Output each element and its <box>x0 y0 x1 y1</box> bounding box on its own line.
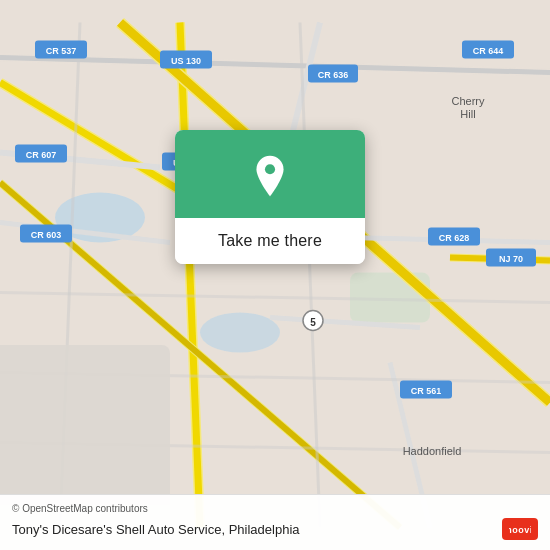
svg-point-51 <box>265 164 275 174</box>
popup-top <box>175 130 365 218</box>
location-pin-icon <box>248 154 292 198</box>
svg-text:NJ 70: NJ 70 <box>499 254 523 264</box>
svg-text:US 130: US 130 <box>171 56 201 66</box>
svg-text:Hill: Hill <box>460 108 475 120</box>
svg-line-23 <box>0 293 550 303</box>
svg-text:5: 5 <box>310 317 316 328</box>
place-name: Tony's Dicesare's Shell Auto Service, Ph… <box>12 522 300 537</box>
svg-point-1 <box>200 313 280 353</box>
svg-line-8 <box>0 58 550 73</box>
svg-text:Cherry: Cherry <box>451 95 485 107</box>
svg-text:CR 636: CR 636 <box>318 70 349 80</box>
bottom-bar: © OpenStreetMap contributors Tony's Dice… <box>0 494 550 550</box>
svg-text:CR 537: CR 537 <box>46 46 77 56</box>
svg-text:CR 644: CR 644 <box>473 46 504 56</box>
popup-card: Take me there <box>175 130 365 264</box>
take-me-there-button[interactable]: Take me there <box>175 218 365 264</box>
svg-text:CR 603: CR 603 <box>31 230 62 240</box>
svg-text:CR 628: CR 628 <box>439 233 470 243</box>
svg-text:Haddonfield: Haddonfield <box>403 445 462 457</box>
bottom-title-row: Tony's Dicesare's Shell Auto Service, Ph… <box>12 518 538 540</box>
svg-text:CR 607: CR 607 <box>26 150 57 160</box>
svg-text:moovit: moovit <box>509 525 531 535</box>
svg-line-4 <box>0 83 200 203</box>
moovit-icon: moovit <box>502 518 538 540</box>
copyright-text: © OpenStreetMap contributors <box>12 503 538 514</box>
map-blur-overlay <box>0 345 170 505</box>
svg-text:CR 561: CR 561 <box>411 386 442 396</box>
map-container: CR 537 US 130 CR 644 CR 636 CR 607 US 13… <box>0 0 550 550</box>
moovit-badge: moovit <box>502 518 538 540</box>
